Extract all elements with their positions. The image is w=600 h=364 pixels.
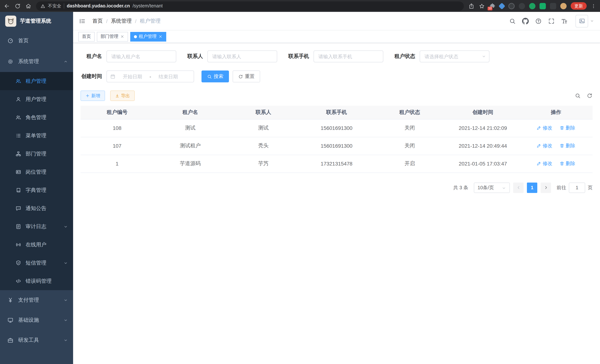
add-button[interactable]: 新增: [81, 91, 105, 101]
browser-back-icon[interactable]: [4, 3, 10, 9]
delete-button[interactable]: 删除: [560, 160, 575, 167]
extension-icon[interactable]: [508, 3, 515, 9]
bookmark-star-icon[interactable]: [479, 3, 485, 9]
sidebar-item-tenant-management[interactable]: 租户管理: [0, 72, 73, 90]
security-warning-icon[interactable]: [40, 3, 45, 8]
sidebar-group-sms-management[interactable]: 短信管理: [0, 254, 73, 272]
cell-created: 2021-12-14 20:49:44: [446, 137, 519, 155]
chevron-up-icon: [64, 59, 68, 64]
cell-phone: 15601691300: [300, 119, 373, 137]
reset-button[interactable]: 重置: [233, 71, 260, 82]
close-icon[interactable]: [159, 35, 162, 38]
edit-button[interactable]: 修改: [537, 125, 552, 131]
search-button[interactable]: 搜索: [201, 71, 229, 82]
extension-icon[interactable]: [519, 3, 525, 9]
sidebar-item-notice[interactable]: 通知公告: [0, 199, 73, 217]
browser-refresh-icon[interactable]: [14, 3, 21, 9]
export-button-label: 导出: [121, 93, 130, 99]
close-icon[interactable]: [120, 35, 124, 38]
search-button-label: 搜索: [214, 73, 223, 80]
tab-dept-management[interactable]: 部门管理: [97, 32, 128, 41]
toggle-search-icon[interactable]: [575, 93, 581, 99]
cell-actions: 修改 删除: [519, 137, 593, 155]
end-date-input[interactable]: [153, 74, 184, 79]
security-warning-label[interactable]: 不安全: [48, 3, 61, 9]
page-size-select[interactable]: 10条/页: [474, 182, 510, 193]
sidebar-group-system[interactable]: 系统管理: [0, 51, 73, 72]
table-row: 107 测试租户 秃头 15601691300 关闭 2021-12-14 20…: [81, 137, 593, 155]
create-time-range-picker[interactable]: -: [106, 71, 194, 82]
tab-home[interactable]: 首页: [78, 32, 95, 41]
breadcrumb-home[interactable]: 首页: [92, 18, 103, 24]
trash-icon: [560, 126, 564, 131]
extension-icon[interactable]: [540, 3, 546, 9]
fullscreen-icon[interactable]: [548, 18, 555, 24]
extension-icon[interactable]: [498, 3, 505, 9]
delete-button[interactable]: 删除: [560, 142, 575, 149]
sidebar-group-audit-log[interactable]: 审计日志: [0, 217, 73, 236]
page-unit-label: 页: [588, 184, 593, 191]
edit-button[interactable]: 修改: [537, 160, 552, 167]
browser-update-button[interactable]: 更新: [571, 2, 587, 10]
share-icon[interactable]: [468, 3, 475, 9]
github-icon[interactable]: [522, 18, 529, 24]
chevron-down-icon: [64, 318, 68, 322]
cell-name: 测试: [154, 119, 227, 137]
sidebar-group-payment[interactable]: 支付管理: [0, 290, 73, 310]
chevron-down-icon: [64, 338, 68, 343]
breadcrumb-system[interactable]: 系统管理: [111, 18, 132, 24]
next-page-button[interactable]: [541, 182, 551, 193]
filter-row-2: 创建时间 - 搜索 重置: [81, 71, 593, 82]
extension-icon[interactable]: [529, 3, 535, 9]
user-avatar-dropdown[interactable]: [575, 15, 594, 27]
extension-icon[interactable]: [550, 3, 556, 9]
browser-profile-avatar[interactable]: [560, 3, 567, 9]
shield-icon: [16, 260, 21, 266]
address-bar[interactable]: 不安全 dashboard.yudao.iocoder.cn /system/t…: [36, 1, 464, 10]
app-logo[interactable]: 芋道管理系统: [0, 12, 73, 30]
current-page[interactable]: 1: [527, 182, 537, 193]
sidebar-item-error-code[interactable]: 错误码管理: [0, 272, 73, 290]
sidebar-group-devtools[interactable]: 研发工具: [0, 330, 73, 350]
sidebar-group-infrastructure[interactable]: 基础设施: [0, 310, 73, 330]
tenant-name-input[interactable]: [106, 50, 176, 62]
sidebar-item-home[interactable]: 首页: [0, 30, 73, 51]
sidebar-item-role-management[interactable]: 角色管理: [0, 108, 73, 127]
cell-status: 关闭: [373, 137, 446, 155]
start-date-input[interactable]: [117, 74, 148, 79]
sidebar-item-post-management[interactable]: 岗位管理: [0, 163, 73, 181]
refresh-table-icon[interactable]: [587, 93, 593, 99]
sidebar-item-menu-management[interactable]: 菜单管理: [0, 127, 73, 145]
gear-icon: [7, 59, 13, 65]
browser-home-icon[interactable]: [25, 3, 32, 9]
export-button[interactable]: 导出: [110, 91, 135, 101]
sidebar-group-label: 系统管理: [18, 58, 39, 65]
status-select[interactable]: [420, 50, 489, 62]
date-separator: -: [150, 74, 151, 79]
sidebar-item-online-users[interactable]: 在线用户: [0, 236, 73, 254]
tab-tenant-management[interactable]: 租户管理: [130, 32, 166, 41]
chevron-right-icon: [544, 185, 548, 190]
cell-id: 108: [81, 119, 154, 137]
help-icon[interactable]: [535, 18, 542, 24]
prev-page-button[interactable]: [513, 182, 524, 193]
table-row: 108 测试 测试 15601691300 关闭 2021-12-14 21:0…: [81, 119, 593, 137]
cell-status: 关闭: [373, 119, 446, 137]
delete-button[interactable]: 删除: [560, 125, 575, 131]
edit-button[interactable]: 修改: [537, 142, 552, 149]
dashboard-icon: [7, 38, 13, 44]
phone-input[interactable]: [314, 50, 383, 62]
font-size-icon[interactable]: [561, 18, 568, 24]
contact-input[interactable]: [207, 50, 277, 62]
phone-label: 联系手机: [288, 53, 309, 60]
sidebar-item-user-management[interactable]: 用户管理: [0, 90, 73, 108]
sidebar-fold-icon[interactable]: [79, 18, 86, 24]
breadcrumb-current: 租户管理: [140, 18, 161, 24]
search-icon[interactable]: [509, 18, 516, 24]
sidebar-item-dept-management[interactable]: 部门管理: [0, 145, 73, 163]
extension-icon[interactable]: 10: [489, 3, 495, 9]
goto-page-input[interactable]: [569, 182, 585, 193]
sidebar-item-dict-management[interactable]: 字典管理: [0, 181, 73, 199]
browser-menu-icon[interactable]: [591, 3, 596, 9]
cell-phone: 15601691300: [300, 137, 373, 155]
